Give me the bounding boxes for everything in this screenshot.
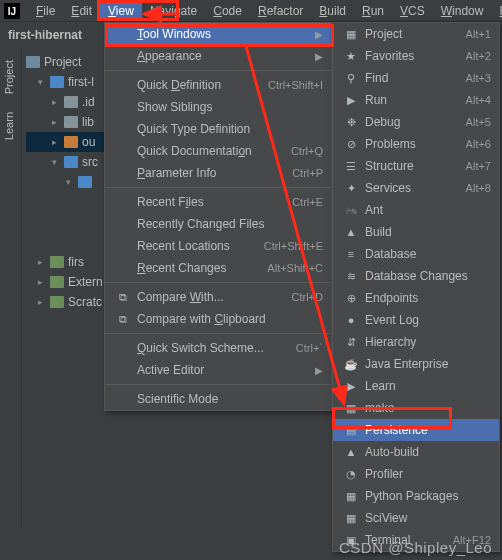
shortcut-label: Alt+8 — [466, 182, 491, 194]
menu-item-label: Learn — [365, 379, 491, 393]
autobuild-icon: ▲ — [343, 444, 359, 460]
chevron-icon: ▸ — [38, 297, 46, 307]
menu-item-quick-switch-scheme-[interactable]: Quick Switch Scheme...Ctrl+` — [105, 337, 331, 359]
sidebar-tab-project[interactable]: Project — [0, 54, 18, 100]
menu-item-label: Problems — [365, 137, 466, 151]
menubar-item-view[interactable]: View — [100, 1, 142, 21]
folder-icon — [50, 76, 64, 88]
shortcut-label: Alt+1 — [466, 28, 491, 40]
tree-label: lib — [82, 115, 94, 129]
tool-window-item-profiler[interactable]: ◔Profiler — [333, 463, 499, 485]
menu-item-active-editor[interactable]: Active Editor▶ — [105, 359, 331, 381]
debug-icon: ❉ — [343, 114, 359, 130]
tool-window-item-hierarchy[interactable]: ⇵Hierarchy — [333, 331, 499, 353]
tool-window-item-java-enterprise[interactable]: ☕Java Enterprise — [333, 353, 499, 375]
menubar-item-code[interactable]: Code — [205, 1, 250, 21]
dbchanges-icon: ≋ — [343, 268, 359, 284]
menu-item-label: Ant — [365, 203, 491, 217]
profiler-icon: ◔ — [343, 466, 359, 482]
pypackages-icon: ▦ — [343, 488, 359, 504]
menubar-item-run[interactable]: Run — [354, 1, 392, 21]
menu-item-appearance[interactable]: Appearance▶ — [105, 45, 331, 67]
tool-window-item-persistence[interactable]: ▤Persistence — [333, 419, 499, 441]
tool-window-item-ant[interactable]: 🐜Ant — [333, 199, 499, 221]
tool-window-item-find[interactable]: ⚲FindAlt+3 — [333, 67, 499, 89]
menu-item-parameter-info[interactable]: Parameter InfoCtrl+P — [105, 162, 331, 184]
ant-icon: 🐜 — [343, 202, 359, 218]
menubar-item-navigate[interactable]: Navigate — [142, 1, 205, 21]
tool-window-item-services[interactable]: ✦ServicesAlt+8 — [333, 177, 499, 199]
menu-item-compare-with-[interactable]: ⧉Compare With...Ctrl+D — [105, 286, 331, 308]
menu-item-label: Quick Documentation — [137, 144, 291, 158]
menu-item-quick-documentation[interactable]: Quick DocumentationCtrl+Q — [105, 140, 331, 162]
folder-icon — [64, 156, 78, 168]
menubar-item-refactor[interactable]: Refactor — [250, 1, 311, 21]
tool-window-item-structure[interactable]: ☰StructureAlt+7 — [333, 155, 499, 177]
tool-window-item-debug[interactable]: ❉DebugAlt+5 — [333, 111, 499, 133]
menu-item-label: Python Packages — [365, 489, 491, 503]
tool-window-item-project[interactable]: ▦ProjectAlt+1 — [333, 23, 499, 45]
menu-item-label: Database — [365, 247, 491, 261]
tool-window-item-learn[interactable]: ▶Learn — [333, 375, 499, 397]
menu-item-compare-with-clipboard[interactable]: ⧉Compare with Clipboard — [105, 308, 331, 330]
tool-window-item-build[interactable]: ▲Build — [333, 221, 499, 243]
menu-item-label: Favorites — [365, 49, 466, 63]
menu-item-label: Show Siblings — [137, 100, 323, 114]
menu-item-label: Compare With... — [137, 290, 292, 304]
menu-item-scientific-mode[interactable]: Scientific Mode — [105, 388, 331, 410]
menu-item-recent-files[interactable]: Recent FilesCtrl+E — [105, 191, 331, 213]
tool-window-item-auto-build[interactable]: ▲Auto-build — [333, 441, 499, 463]
tree-label: first-l — [68, 75, 94, 89]
menu-item-tool-windows[interactable]: Tool Windows▶ — [105, 23, 331, 45]
tool-window-item-make[interactable]: ▦make — [333, 397, 499, 419]
menu-item-quick-type-definition[interactable]: Quick Type Definition — [105, 118, 331, 140]
menu-item-label: make — [365, 401, 491, 415]
menu-item-recent-changes[interactable]: Recent ChangesAlt+Shift+C — [105, 257, 331, 279]
menubar-item-help[interactable]: Help — [491, 1, 502, 21]
menu-item-quick-definition[interactable]: Quick DefinitionCtrl+Shift+I — [105, 74, 331, 96]
tool-windows-submenu: ▦ProjectAlt+1★FavoritesAlt+2⚲FindAlt+3▶R… — [332, 22, 500, 552]
project-name: first-hibernat — [8, 28, 82, 42]
structure-icon: ☰ — [343, 158, 359, 174]
menubar-item-window[interactable]: Window — [433, 1, 492, 21]
menu-item-label: Services — [365, 181, 466, 195]
menubar: FileEditViewNavigateCodeRefactorBuildRun… — [0, 0, 502, 22]
tree-label: ou — [82, 135, 95, 149]
sidebar: Project Learn — [0, 48, 22, 528]
tool-window-item-favorites[interactable]: ★FavoritesAlt+2 — [333, 45, 499, 67]
menu-item-label: Compare with Clipboard — [137, 312, 323, 326]
menu-item-label: Find — [365, 71, 466, 85]
menubar-item-build[interactable]: Build — [311, 1, 354, 21]
shortcut-label: Ctrl+Shift+I — [268, 79, 323, 91]
shortcut-label: Alt+6 — [466, 138, 491, 150]
shortcut-label: Alt+4 — [466, 94, 491, 106]
shortcut-label: Alt+2 — [466, 50, 491, 62]
menu-item-label: Database Changes — [365, 269, 491, 283]
menu-item-label: Project — [365, 27, 466, 41]
tree-label: firs — [68, 255, 84, 269]
menubar-item-vcs[interactable]: VCS — [392, 1, 433, 21]
persistence-icon: ▤ — [343, 422, 359, 438]
build-icon: ▲ — [343, 224, 359, 240]
sheet-icon — [50, 256, 64, 268]
menu-item-recently-changed-files[interactable]: Recently Changed Files — [105, 213, 331, 235]
menu-item-recent-locations[interactable]: Recent LocationsCtrl+Shift+E — [105, 235, 331, 257]
menubar-item-edit[interactable]: Edit — [63, 1, 100, 21]
tool-window-item-database-changes[interactable]: ≋Database Changes — [333, 265, 499, 287]
tool-window-item-endpoints[interactable]: ⊕Endpoints — [333, 287, 499, 309]
menu-item-show-siblings[interactable]: Show Siblings — [105, 96, 331, 118]
menu-item-label: Profiler — [365, 467, 491, 481]
tool-window-item-sciview[interactable]: ▦SciView — [333, 507, 499, 529]
sciview-icon: ▦ — [343, 510, 359, 526]
tool-window-item-database[interactable]: ≡Database — [333, 243, 499, 265]
learn-icon: ▶ — [343, 378, 359, 394]
tool-window-item-python-packages[interactable]: ▦Python Packages — [333, 485, 499, 507]
project-icon: ▦ — [343, 26, 359, 42]
sidebar-tab-learn[interactable]: Learn — [0, 106, 18, 146]
menubar-item-file[interactable]: File — [28, 1, 63, 21]
tool-window-item-event-log[interactable]: ●Event Log — [333, 309, 499, 331]
tool-window-item-run[interactable]: ▶RunAlt+4 — [333, 89, 499, 111]
tool-window-item-problems[interactable]: ⊘ProblemsAlt+6 — [333, 133, 499, 155]
tree-label: .id — [82, 95, 95, 109]
menu-item-label: Recent Locations — [137, 239, 264, 253]
